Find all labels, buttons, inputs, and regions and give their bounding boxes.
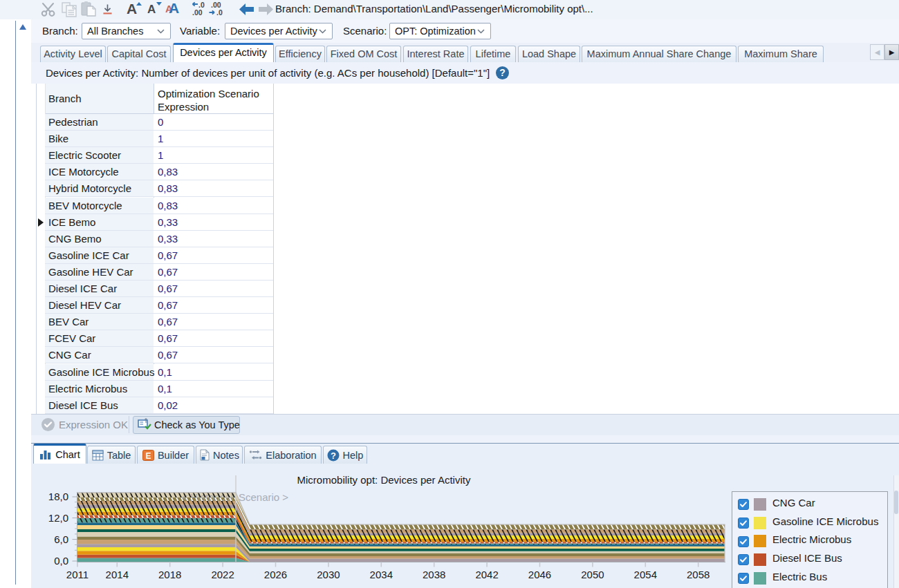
- svg-text:2058: 2058: [687, 569, 710, 580]
- svg-text:6,0: 6,0: [54, 533, 68, 545]
- svg-text:2054: 2054: [634, 569, 657, 580]
- svg-text:?: ?: [331, 450, 336, 460]
- svg-text:18,0: 18,0: [48, 491, 68, 502]
- svg-text:2018: 2018: [158, 569, 181, 580]
- svg-text:0,0: 0,0: [54, 555, 68, 567]
- svg-text:2011: 2011: [66, 569, 89, 580]
- svg-text:.00: .00: [192, 8, 203, 17]
- svg-text:2014: 2014: [106, 569, 129, 580]
- svg-text:.0: .0: [198, 1, 205, 9]
- svg-text:12,0: 12,0: [48, 512, 68, 524]
- svg-text:2046: 2046: [528, 569, 551, 580]
- svg-text:2050: 2050: [581, 569, 604, 580]
- svg-text:Micromobility opt: Devices per: Micromobility opt: Devices per Activity: [297, 474, 471, 486]
- svg-text:2026: 2026: [264, 569, 287, 580]
- svg-text:Scenario >: Scenario >: [239, 491, 288, 503]
- svg-text:E: E: [145, 451, 151, 460]
- svg-text:.0: .0: [216, 8, 223, 17]
- svg-text:2022: 2022: [211, 569, 234, 580]
- svg-text:2042: 2042: [475, 569, 498, 580]
- svg-text:2038: 2038: [423, 569, 445, 580]
- svg-text:2034: 2034: [370, 569, 393, 580]
- svg-text:2030: 2030: [317, 569, 340, 580]
- svg-text:.00: .00: [211, 1, 221, 9]
